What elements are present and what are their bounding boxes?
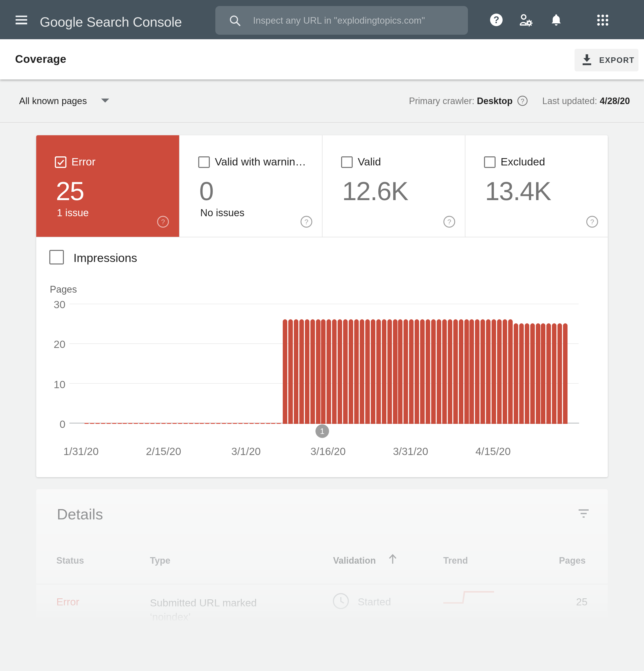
svg-text:?: ? (161, 218, 165, 226)
svg-text:?: ? (305, 218, 308, 226)
svg-text:?: ? (447, 218, 451, 226)
svg-text:?: ? (520, 97, 524, 105)
svg-text:?: ? (590, 218, 594, 226)
svg-text:?: ? (493, 15, 499, 25)
